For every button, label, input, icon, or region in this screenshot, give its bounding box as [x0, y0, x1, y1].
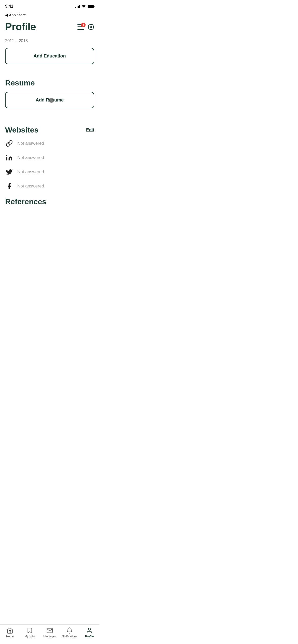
resume-section-title: Resume [5, 79, 94, 87]
add-resume-wrapper: Add Resume [5, 92, 94, 108]
status-time: 9:41 [5, 4, 13, 9]
website-link-text: Not answered [17, 141, 44, 146]
svg-rect-1 [6, 157, 7, 160]
status-bar: 9:41 [0, 0, 99, 11]
resume-section: Resume Add Resume [5, 79, 94, 108]
wifi-icon [82, 5, 86, 8]
status-icons [75, 5, 94, 8]
websites-section: Websites Edit Not answered [5, 126, 94, 190]
notifications-icon-wrapper[interactable]: 3 [77, 24, 84, 30]
signal-bars-icon [75, 5, 80, 8]
website-list: Not answered Not answered [5, 139, 94, 190]
battery-icon [88, 5, 94, 8]
twitter-icon [5, 168, 13, 176]
notification-badge: 3 [81, 23, 86, 27]
page-header: Profile 3 [0, 19, 99, 38]
date-range-text: 2011 – 2013 [5, 38, 94, 43]
back-label: App Store [9, 13, 26, 17]
website-item-link: Not answered [5, 139, 94, 148]
page-title: Profile [5, 21, 36, 33]
website-item-twitter: Not answered [5, 168, 94, 176]
back-nav[interactable]: ◀ App Store [0, 11, 99, 19]
website-item-linkedin: Not answered [5, 154, 94, 162]
website-linkedin-text: Not answered [17, 155, 44, 160]
websites-section-title: Websites [5, 126, 38, 134]
website-item-facebook: Not answered [5, 182, 94, 190]
back-arrow-icon: ◀ [5, 13, 8, 17]
websites-edit-button[interactable]: Edit [86, 127, 94, 133]
header-icons: 3 [77, 24, 94, 30]
touch-indicator [49, 98, 54, 103]
linkedin-icon [5, 154, 13, 162]
link-icon [5, 139, 13, 148]
main-content: 2011 – 2013 Add Education Resume Add Res… [0, 38, 99, 231]
svg-point-2 [6, 155, 7, 156]
website-twitter-text: Not answered [17, 169, 44, 174]
svg-point-0 [90, 26, 92, 28]
facebook-icon [5, 182, 13, 190]
website-facebook-text: Not answered [17, 184, 44, 189]
references-section: References [5, 197, 94, 206]
settings-icon[interactable] [88, 24, 94, 30]
websites-section-header: Websites Edit [5, 126, 94, 134]
add-education-button[interactable]: Add Education [5, 48, 94, 64]
references-section-title: References [5, 197, 94, 206]
